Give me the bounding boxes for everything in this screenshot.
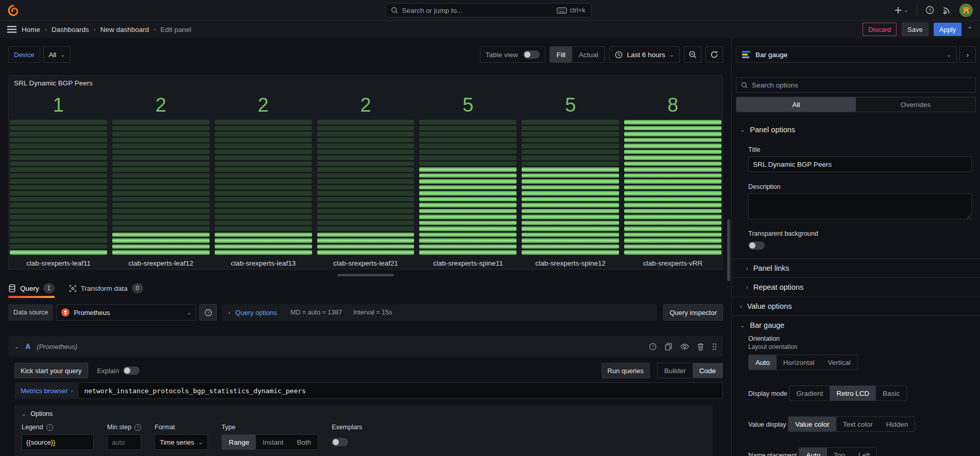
gauge-cell [419, 120, 517, 125]
section-bar-gauge[interactable]: ⌄ Bar gauge [732, 316, 980, 335]
options-header-label: Options [30, 410, 53, 417]
builder-code-group-option[interactable]: Code [693, 363, 723, 378]
value-display-radio-group-option[interactable]: Text color [836, 417, 880, 431]
section-panel-options[interactable]: ⌄ Panel options [732, 120, 980, 139]
name-placement-radio-group-option[interactable]: Top [827, 448, 852, 456]
datasource-picker[interactable]: Prometheus ⌄ [56, 304, 196, 321]
display-mode-radio-group-option[interactable]: Basic [876, 386, 906, 400]
gauge-cell [419, 132, 517, 136]
breadcrumb-dashboards[interactable]: Dashboards [51, 26, 89, 33]
builder-code-group-option[interactable]: Builder [658, 363, 693, 378]
user-avatar[interactable] [959, 4, 973, 17]
display-mode-radio-group-option[interactable]: Gradient [789, 386, 830, 400]
panel-description-textarea[interactable] [748, 194, 972, 219]
search-options-input[interactable] [752, 81, 971, 89]
value-display-radio-group-option[interactable]: Hidden [879, 417, 915, 431]
bar-gauge: 1clab-srexperts-leaf112clab-srexperts-le… [9, 90, 723, 269]
scope-tab-overrides[interactable]: Overrides [856, 97, 975, 112]
name-placement-radio-group-option[interactable]: Auto [799, 448, 827, 456]
gauge-cell [10, 233, 107, 237]
panel-title: SRL Dynamic BGP Peers [9, 76, 723, 90]
datasource-help-button[interactable]: ? [199, 304, 217, 321]
gauge-column: 8clab-srexperts-vRR [624, 90, 721, 268]
tab-query[interactable]: Query 1 [8, 278, 55, 298]
help-button[interactable]: ? [925, 6, 934, 14]
duplicate-query-icon[interactable] [665, 343, 672, 350]
variable-value-dropdown[interactable]: All ⌄ [43, 46, 71, 63]
gauge-cells [215, 120, 312, 255]
collapse-pane-button[interactable]: › [959, 46, 976, 63]
query-help-icon[interactable]: ? [649, 343, 657, 350]
exemplars-toggle[interactable] [332, 438, 348, 446]
breadcrumb-home[interactable]: Home [22, 26, 40, 33]
section-repeat-options[interactable]: › Repeat options [732, 278, 980, 296]
chevron-right-icon: › [153, 26, 156, 33]
panel-resize-handle[interactable] [337, 274, 394, 276]
vertical-scrollbar[interactable] [727, 219, 730, 281]
section-value-options[interactable]: › Value options [732, 297, 980, 315]
save-button[interactable]: Save [902, 23, 929, 36]
section-panel-links[interactable]: › Panel links [732, 259, 980, 277]
orientation-radio-group-option[interactable]: Vertical [821, 355, 857, 370]
zoom-out-button[interactable] [684, 46, 701, 63]
gauge-cell [317, 250, 415, 255]
kick-start-query-button[interactable]: Kick start your query [14, 363, 88, 378]
gauge-cell [624, 226, 721, 231]
hide-response-eye-icon[interactable] [680, 343, 689, 350]
chevron-up-icon[interactable]: ⌃ [967, 25, 973, 33]
refresh-button[interactable] [706, 46, 723, 63]
promql-expression-input[interactable] [79, 382, 723, 399]
display-mode-radio-group-option[interactable]: Retro LCD [830, 386, 876, 400]
remove-query-trash-icon[interactable] [697, 343, 704, 350]
format-select[interactable]: Time series ⌄ [154, 434, 208, 450]
breadcrumb-new-dashboard[interactable]: New dashboard [100, 26, 149, 33]
time-range-picker[interactable]: Last 6 hours ⌄ [609, 46, 680, 63]
gauge-value: 5 [522, 90, 619, 120]
keyboard-icon [557, 7, 567, 14]
name-placement-radio-group-option[interactable]: Left [852, 448, 877, 456]
fill-actual-group-option[interactable]: Fill [550, 47, 572, 62]
news-rss-button[interactable] [942, 6, 951, 14]
gauge-cell [112, 155, 210, 160]
value-display-radio-group-option[interactable]: Value color [788, 417, 836, 431]
menu-hamburger-icon[interactable] [7, 26, 16, 33]
metrics-browser-button[interactable]: Metrics browser › [14, 382, 79, 399]
visualization-picker[interactable]: Bar gauge ⌄ [736, 46, 957, 63]
gauge-cell [112, 126, 210, 131]
gauge-cell [10, 138, 107, 143]
global-search-input[interactable]: Search or jump to... ctrl+k [385, 3, 591, 17]
grafana-logo[interactable] [7, 4, 19, 16]
tab-transform-data[interactable]: Transform data 0 [69, 278, 143, 298]
panel-title-input[interactable] [748, 156, 972, 172]
fill-actual-group-option[interactable]: Actual [572, 47, 605, 62]
query-row-header[interactable]: ⌄ A (Prometheus) ? [8, 336, 723, 357]
gauge-label: clab-srexperts-leaf21 [317, 255, 415, 268]
panel-preview[interactable]: SRL Dynamic BGP Peers 1clab-srexperts-le… [8, 75, 723, 270]
options-section-header[interactable]: ⌄ Options [22, 410, 706, 417]
scope-tab-all[interactable]: All [736, 97, 856, 112]
query-type-group-option[interactable]: Instant [256, 435, 290, 449]
orientation-radio-group-option[interactable]: Auto [749, 355, 777, 370]
min-step-input[interactable] [107, 434, 141, 450]
gauge-cell [215, 173, 312, 178]
add-new-button[interactable]: ⌄ [894, 6, 908, 14]
gauge-cell [522, 203, 619, 207]
query-type-group-option[interactable]: Both [290, 435, 318, 449]
discard-button[interactable]: Discard [863, 23, 897, 36]
run-queries-button[interactable]: Run queries [601, 363, 650, 378]
apply-button[interactable]: Apply [934, 23, 962, 36]
legend-input[interactable] [22, 434, 94, 450]
gauge-cell [624, 126, 721, 131]
explain-toggle[interactable] [123, 366, 140, 375]
table-view-toggle[interactable] [523, 50, 540, 59]
orientation-radio-group-option[interactable]: Horizontal [777, 355, 821, 370]
drag-grip-icon[interactable] [712, 343, 717, 350]
transparent-background-toggle[interactable] [748, 241, 765, 250]
svg-text:?: ? [207, 310, 210, 315]
chevron-right-icon: › [740, 303, 742, 309]
query-type-group-option[interactable]: Range [222, 435, 256, 449]
variable-label-device[interactable]: Device [8, 46, 40, 63]
query-inspector-button[interactable]: Query inspector [663, 304, 723, 321]
chevron-down-icon[interactable]: ⌄ [14, 343, 19, 350]
query-options-summary[interactable]: › Query options MD = auto = 1387 Interva… [222, 304, 657, 321]
